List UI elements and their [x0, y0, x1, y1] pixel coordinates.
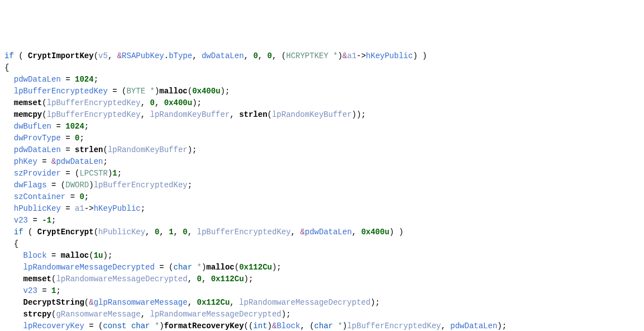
- ident: v5: [98, 51, 108, 60]
- code-line: {: [4, 63, 9, 72]
- fn-DecryptString: DecryptString: [23, 298, 84, 307]
- code-line: memset(lpRandomwareMessageDecrypted, 0, …: [4, 275, 253, 283]
- code-line: memset(lpBufferEncryptedKey, 0, 0x400u);: [4, 98, 202, 107]
- code-line: if ( CryptImportKey(v5, &RSAPubKey.bType…: [4, 51, 427, 60]
- code-line: hPublicKey = a1->hKeyPublic;: [4, 204, 145, 213]
- code-line: szProvider = (LPCSTR)1;: [4, 169, 122, 178]
- fn-CryptEncrypt: CryptEncrypt: [37, 228, 94, 237]
- fn-strcpy: strcpy: [23, 310, 51, 319]
- fn-memset: memset: [14, 98, 42, 107]
- fn-formatRecoveryKey: formatRecoveryKey: [164, 321, 244, 330]
- code-line: dwProvType = 0;: [4, 134, 84, 143]
- code-line: strcpy(gRansomwareMessage, lpRandomwareM…: [4, 310, 291, 319]
- code-line: pdwDataLen = 1024;: [4, 75, 98, 84]
- code-line: memcpy(lpBufferEncryptedKey, lpRandomKey…: [4, 110, 366, 119]
- code-line: pdwDataLen = strlen(lpRandomKeyBuffer);: [4, 145, 197, 154]
- type: HCRYPTKEY: [286, 51, 328, 60]
- code-line: v23 = -1;: [4, 216, 56, 225]
- keyword-if: if: [4, 51, 14, 60]
- fn-CryptImportKey: CryptImportKey: [28, 51, 94, 60]
- code-line: dwBufLen = 1024;: [4, 122, 89, 131]
- fn-strlen: strlen: [75, 145, 103, 154]
- fn-strlen: strlen: [239, 110, 267, 119]
- code-line: if ( CryptEncrypt(hPublicKey, 0, 1, 0, l…: [4, 228, 403, 237]
- code-line: v23 = 1;: [4, 286, 61, 295]
- fn-malloc: malloc: [159, 87, 187, 96]
- code-line: phKey = &pdwDataLen;: [4, 157, 108, 166]
- code-line: Block = malloc(1u);: [4, 251, 112, 260]
- code-line: lpRecoveryKey = (const char *)formatReco…: [4, 321, 507, 330]
- code-line: dwFlags = (DWORD)lpBufferEncryptedKey;: [4, 181, 192, 190]
- code-line: szContainer = 0;: [4, 192, 89, 201]
- code-line: lpBufferEncryptedKey = (BYTE *)malloc(0x…: [4, 87, 230, 96]
- fn-malloc: malloc: [61, 251, 89, 260]
- fn-memcpy: memcpy: [14, 110, 42, 119]
- code-line: lpRandomwareMessageDecrypted = (char *)m…: [4, 263, 282, 272]
- fn-memset: memset: [23, 275, 51, 283]
- fn-malloc: malloc: [206, 263, 234, 272]
- code-block: if ( CryptImportKey(v5, &RSAPubKey.bType…: [4, 50, 640, 331]
- code-line: {: [4, 239, 18, 248]
- code-line: DecryptString(&glpRansomwareMessage, 0x1…: [4, 298, 380, 307]
